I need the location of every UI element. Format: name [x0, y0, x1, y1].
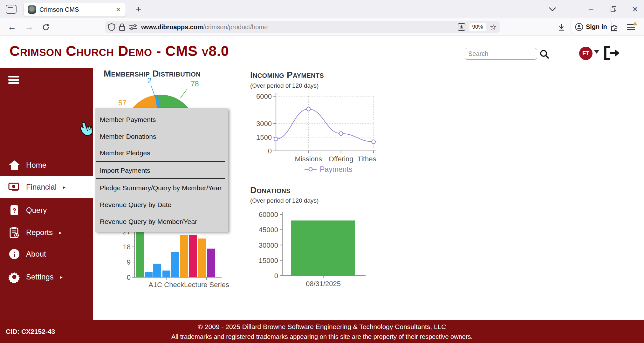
tab-strip: Crimson CMS × + − × [0, 0, 644, 18]
menu-item-revenue-by-member-year[interactable]: Revenue Query by Member/Year [100, 218, 197, 225]
url-domain: www.dibroapps.com [141, 24, 203, 30]
save-to-device-icon[interactable] [457, 23, 466, 31]
sidebar-item-label: About [26, 250, 46, 259]
gear-icon [8, 271, 20, 283]
signin-label: Sign in [586, 23, 607, 30]
submenu-arrow-icon: ▸ [59, 230, 62, 236]
report-clipboard-icon [8, 226, 20, 239]
signin-button[interactable]: Sign in [571, 20, 612, 34]
menu-divider [96, 178, 225, 179]
update-badge [633, 22, 637, 25]
svg-text:0: 0 [274, 272, 278, 280]
sidebar-item-settings[interactable]: Settings ▸ [0, 266, 93, 288]
menu-item-pledge-summary[interactable]: Pledge Summary/Query by Member/Year [100, 184, 222, 192]
tab-list-chevron-icon[interactable] [545, 4, 559, 14]
cursor-pointer [78, 120, 96, 139]
menu-item-member-pledges[interactable]: Member Pledges [100, 149, 150, 157]
tracking-shield-icon[interactable] [108, 23, 115, 31]
svg-text:Payments: Payments [320, 165, 352, 173]
svg-text:1500: 1500 [256, 133, 272, 141]
downloads-icon[interactable] [557, 23, 566, 34]
forward-button[interactable]: → [25, 22, 33, 32]
svg-text:9: 9 [127, 258, 131, 266]
permissions-icon[interactable] [129, 24, 137, 30]
sidebar-item-home[interactable]: Home [0, 154, 93, 176]
svg-text:57: 57 [118, 99, 127, 107]
sidebar-item-financial[interactable]: Financial ▸ [0, 176, 93, 198]
svg-text:0: 0 [268, 147, 272, 155]
svg-text:30000: 30000 [259, 241, 278, 249]
copyright-line: © 2009 - 2025 Dillard Browne Software En… [0, 323, 644, 331]
menu-divider [96, 161, 225, 162]
sidebar-item-reports[interactable]: Reports ▸ [0, 222, 93, 243]
avatar[interactable]: FT [579, 47, 593, 60]
new-tab-button[interactable]: + [132, 3, 145, 16]
firefox-view-icon[interactable] [6, 5, 17, 14]
page-title: Crimson Church Demo - CMS v8.0 [10, 43, 229, 59]
trademark-line: All trademarks and registered trademarks… [0, 333, 644, 340]
logout-icon[interactable] [602, 45, 620, 63]
bookmark-star-icon[interactable]: ☆ [490, 23, 497, 32]
tab-close-icon[interactable]: × [115, 5, 122, 14]
sidebar: Home Financial ▸ ? Query Reports ▸ i [0, 68, 93, 320]
restore-button[interactable] [606, 4, 620, 14]
minimize-button[interactable]: − [584, 4, 598, 14]
close-window-button[interactable]: × [628, 4, 642, 14]
svg-text:6000: 6000 [256, 92, 272, 100]
sidebar-hamburger-icon[interactable] [8, 76, 19, 85]
browser-tab[interactable]: Crimson CMS × [24, 3, 126, 17]
svg-text:i: i [13, 251, 15, 259]
url-text[interactable]: www.dibroapps.com/crimson/product/home [141, 24, 454, 31]
svg-text:45000: 45000 [259, 226, 278, 234]
url-bar[interactable]: www.dibroapps.com/crimson/product/home 9… [105, 21, 500, 33]
svg-text:A1C Check: A1C Check [148, 281, 184, 289]
back-button[interactable]: ← [8, 22, 16, 32]
events-chart: 091827A1C CheckLecture Series [119, 222, 243, 291]
url-path: /crimson/product/home [203, 24, 268, 30]
lock-icon[interactable] [119, 23, 125, 31]
svg-text:78: 78 [191, 80, 199, 88]
svg-text:18: 18 [123, 243, 131, 251]
tab-favicon [28, 5, 36, 14]
donations-chart: Donations (Over period of 120 days) 0150… [248, 183, 385, 292]
financial-dropdown-menu: Member Payments Member Donations Member … [95, 108, 228, 232]
search-input[interactable] [465, 48, 537, 60]
avatar-dropdown-caret-icon[interactable] [594, 50, 599, 54]
svg-text:08/31/2025: 08/31/2025 [306, 280, 341, 288]
sidebar-item-label: Reports [26, 228, 53, 237]
menu-item-member-payments[interactable]: Member Payments [100, 116, 156, 124]
svg-text:Tithes: Tithes [357, 155, 376, 163]
tab-title: Crimson CMS [39, 6, 111, 13]
footer: CID: CX2152-43 © 2009 - 2025 Dillard Bro… [0, 320, 644, 343]
zoom-level-badge[interactable]: 90% [469, 23, 486, 31]
sidebar-item-label: Query [26, 206, 47, 215]
menu-item-import-payments[interactable]: Import Payments [100, 167, 150, 174]
line-plot: 0150030006000MissionsOfferingTithesPayme… [248, 68, 385, 178]
money-card-icon [8, 181, 20, 193]
svg-text:3000: 3000 [256, 120, 272, 128]
svg-text:2: 2 [147, 77, 152, 85]
sidebar-item-label: Financial [26, 183, 57, 192]
donation-bar-plot: 01500030000450006000008/31/2025 [248, 183, 385, 292]
browser-window: Crimson CMS × + − × ← → www.dibroapps.co… [0, 0, 644, 343]
menu-item-revenue-by-date[interactable]: Revenue Query by Date [100, 201, 171, 209]
submenu-arrow-icon: ▸ [63, 184, 65, 190]
sidebar-item-query[interactable]: ? Query [0, 199, 93, 221]
sidebar-item-label: Home [26, 161, 46, 170]
extensions-puzzle-icon[interactable] [610, 23, 619, 34]
app-menu-icon[interactable] [627, 24, 635, 30]
reload-icon[interactable] [42, 23, 50, 34]
sidebar-item-about[interactable]: i About [0, 243, 93, 265]
home-icon [8, 159, 20, 171]
account-icon [575, 23, 583, 31]
svg-text:15000: 15000 [259, 257, 278, 265]
search-icon[interactable] [539, 49, 550, 62]
sidebar-item-label: Settings [26, 272, 54, 281]
menu-item-member-donations[interactable]: Member Donations [100, 133, 156, 140]
svg-text:Offering: Offering [329, 155, 353, 163]
events-bar-plot: 091827A1C CheckLecture Series [119, 222, 243, 291]
svg-text:?: ? [12, 207, 16, 214]
submenu-arrow-icon: ▸ [60, 274, 63, 280]
svg-text:Missions: Missions [295, 155, 322, 163]
info-icon: i [8, 248, 20, 260]
